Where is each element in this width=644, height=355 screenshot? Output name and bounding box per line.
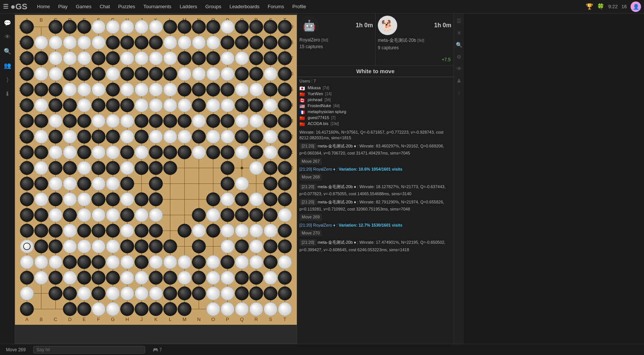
user-avatar[interactable]: 👤 — [631, 1, 641, 12]
user-rank-yuewen: [14] — [325, 92, 332, 96]
sidebar-chat-icon[interactable]: 💬 — [2, 17, 13, 28]
ri-download-icon[interactable]: ↓ — [455, 88, 464, 97]
move-label-268-time: [21:20] — [299, 184, 317, 190]
white-player-card: 🐕 1h 0m meta-金毛测试-20b [9d] 9 captures +7… — [376, 13, 454, 65]
black-player-card: 🤖 1h 0m RoyalZero [9d] 15 captures — [297, 13, 376, 65]
move-label-268: Move 268 — [299, 174, 322, 180]
nav-right: 🏆 🍀 9:22 16 👤 — [586, 1, 641, 12]
white-player-avatar: 🐕 — [378, 16, 397, 35]
sidebar-arrow-icon[interactable]: ⟩ — [2, 74, 13, 85]
user-name-guest: guest77415 — [308, 115, 329, 120]
ri-search-icon[interactable]: 🔍 — [455, 40, 464, 49]
white-captures: 9 captures — [378, 45, 451, 50]
ri-menu-icon[interactable]: ☰ — [455, 16, 464, 25]
nav-leaderboards[interactable]: Leaderboards — [226, 2, 263, 11]
user-rank-acoda: [19d] — [331, 122, 339, 126]
user-metaphysician[interactable]: 🇫🇷 metaphysician splurg — [299, 109, 451, 115]
chat-input[interactable] — [33, 346, 145, 354]
user-name-yuewen: YueWen — [308, 91, 323, 96]
ri-chess-icon[interactable]: ♟ — [455, 76, 464, 85]
move-label-269: Move 269 — [299, 214, 322, 220]
user-pinhead[interactable]: 🇨🇦 pinhead [34] — [299, 97, 451, 103]
user-frostednuke[interactable]: 🇺🇸 FrostedNuke [4d] — [299, 103, 451, 109]
sidebar-eye-icon[interactable]: 👁 — [2, 31, 13, 43]
right-icons-sidebar: ☰ ✕ 🔍 ⚙ 👁 ♟ ↓ — [454, 13, 464, 344]
log-entry-268b: [21:20] meta-金毛测试-20b ♦ : Winrate: 82.79… — [299, 198, 451, 212]
nav-forums[interactable]: Forums — [264, 2, 288, 11]
logo[interactable]: ☰ ●GS — [3, 2, 27, 12]
user-name-metaphysician: metaphysician splurg — [308, 109, 346, 114]
black-player-name: RoyalZero [9d] — [299, 37, 373, 43]
user-acoda[interactable]: 🇨🇳 ACODA bis [19d] — [299, 121, 451, 127]
sidebar-users-icon[interactable]: 👥 — [2, 60, 13, 71]
black-player-avatar: 🤖 — [299, 16, 319, 35]
logo-text: ●GS — [10, 2, 27, 12]
log-player-white-3: meta-金毛测试-20b ♦ : — [318, 200, 358, 204]
nav-time: 9:22 — [608, 4, 617, 9]
log-variation-269: [21:20] RoyalZero ♦ : Variation: 12.7% 1… — [299, 222, 451, 228]
white-bonus: +7.5 — [442, 57, 451, 62]
user-mikasa[interactable]: 🇯🇵 Mikasa [7d] — [299, 85, 451, 91]
status-bar: Move 269 🎮 7 — [0, 344, 644, 355]
board-area: ⏮ ⏪ ◀ ▶ ▶ ⏩ ⏭ — [15, 13, 297, 344]
nav-games[interactable]: Games — [72, 2, 95, 11]
user-name-frostednuke: FrostedNuke — [308, 103, 331, 108]
variation-text-2: Variation: 12.7% 1530/1601 visits — [339, 223, 402, 227]
user-yuewen[interactable]: 🇨🇳 YueWen [14] — [299, 91, 451, 97]
flag-cn3: 🇨🇳 — [299, 122, 305, 126]
nav-count: 16 — [622, 4, 627, 9]
log-entry-2: [21:20] meta-金毛测试-20b ♦ : Winrate: 83.46… — [299, 142, 451, 156]
player-info-row: 🤖 1h 0m RoyalZero [9d] 15 captures 🐕 1h … — [297, 13, 454, 66]
board-with-right: ⏮ ⏪ ◀ ▶ ▶ ⏩ ⏭ 🤖 1h 0m Roya — [15, 13, 644, 344]
flag-fr: 🇫🇷 — [299, 110, 305, 114]
nav-groups[interactable]: Groups — [202, 2, 225, 11]
trophy-icon: 🏆 — [586, 3, 593, 10]
white-player-timer: 1h 0m — [434, 22, 451, 29]
nav-puzzles[interactable]: Puzzles — [114, 2, 139, 11]
left-sidebar: 💬 👁 🔍 👥 ⟩ ⬇ — [0, 13, 15, 344]
nav-home[interactable]: Home — [33, 2, 54, 11]
variation-text-1: Variation: 10.6% 1054/1601 visits — [339, 167, 402, 171]
black-player-top: 🤖 1h 0m — [299, 16, 373, 35]
flag-cn2: 🇨🇳 — [299, 116, 305, 120]
nav-menu: Home Play Games Chat Puzzles Tournaments… — [33, 2, 310, 11]
nav-tournaments[interactable]: Tournaments — [140, 2, 175, 11]
nav-ladders[interactable]: Ladders — [176, 2, 201, 11]
sidebar-search-icon[interactable]: 🔍 — [2, 46, 13, 57]
chat-log[interactable]: Winrate: 16.417160%, N=37561, Q=-0.67165… — [297, 128, 454, 344]
user-name-mikasa: Mikasa — [308, 85, 321, 90]
log-variation-267: [21:20] RoyalZero ♦ : Variation: 10.6% 1… — [299, 166, 451, 172]
log-move-267: Move 267 — [299, 157, 451, 166]
nav-play[interactable]: Play — [55, 2, 71, 11]
user-rank-frostednuke: [4d] — [333, 104, 340, 108]
ri-eye-icon[interactable]: 👁 — [455, 64, 464, 73]
flag-ca: 🇨🇦 — [299, 98, 305, 102]
log-player-royal-1: [21:20] RoyalZero ♦ : — [299, 167, 337, 171]
log-player-white-1: meta-金毛测试-20b ♦ : — [318, 144, 358, 148]
user-rank-mikasa: [7d] — [323, 86, 329, 90]
users-header: Users : 7 — [299, 79, 451, 83]
go-board[interactable] — [15, 15, 297, 343]
move-label-268b-time: [21:20] — [299, 199, 317, 205]
nav-chat[interactable]: Chat — [96, 2, 113, 11]
move-label-270-time: [21:20] — [299, 239, 317, 246]
black-captures: 15 captures — [299, 44, 373, 49]
white-player-rank: [9d] — [417, 38, 424, 43]
user-guest77415[interactable]: 🇨🇳 guest77415 [7] — [299, 115, 451, 121]
hamburger-icon[interactable]: ☰ — [3, 3, 8, 10]
status-user-count: 🎮 7 — [153, 347, 162, 352]
log-move-269: Move 269 — [299, 213, 451, 221]
flag-us: 🇺🇸 — [299, 104, 305, 108]
white-player-top: 🐕 1h 0m — [378, 16, 451, 35]
ri-close-icon[interactable]: ✕ — [455, 28, 464, 37]
nav-profile[interactable]: Profile — [289, 2, 310, 11]
log-move-268: Move 268 — [299, 173, 451, 181]
log-player-white-2: meta-金毛测试-20b ♦ : — [318, 184, 358, 189]
user-name-acoda: ACODA bis — [308, 121, 329, 126]
log-player-white-4: meta-金毛测试-20b ♦ : — [318, 240, 358, 245]
flag-cn: 🇨🇳 — [299, 92, 305, 96]
sidebar-download-icon[interactable]: ⬇ — [2, 88, 13, 99]
user-rank-guest: [7] — [332, 116, 336, 120]
ri-settings-icon[interactable]: ⚙ — [455, 52, 464, 61]
log-player-royal-2: [21:20] RoyalZero ♦ : — [299, 223, 337, 227]
